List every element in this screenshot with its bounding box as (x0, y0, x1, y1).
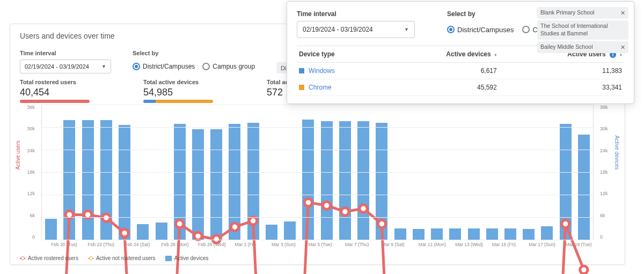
metric-label: Total rostered users (20, 79, 111, 85)
selectby-radio-group: District/Campuses Campus group (133, 60, 255, 73)
date-range-select[interactable]: 02/19/2024 - 03/19/2024 ▼ (20, 60, 111, 73)
legend-rostered[interactable]: Active rostered users (20, 255, 78, 261)
chip-label: Bailey Middle School (540, 43, 592, 51)
bar[interactable] (247, 123, 259, 240)
plot-area: Feb 20 (Tue)Feb 22 (Thu)Feb 24 (Sat)Feb … (41, 105, 594, 240)
x-tick: Mar 15 (Fri) (492, 242, 516, 247)
overlay-date-select[interactable]: 02/19/2024 - 03/19/2024 ▼ (297, 21, 415, 38)
bar[interactable] (523, 229, 535, 240)
th-label: Active devices (446, 50, 491, 58)
overlay-chip[interactable]: Bailey Middle School ✕ (537, 41, 628, 53)
bar[interactable] (339, 121, 351, 240)
radio-district-label: District/Campuses (143, 63, 195, 70)
time-label: Time interval (20, 50, 111, 56)
device-type-link[interactable]: Chrome (299, 84, 380, 91)
overlay-panel: Time interval 02/19/2024 - 03/19/2024 ▼ … (287, 1, 634, 104)
x-tick: Mar 9 (Sat) (382, 242, 405, 247)
y-axis-right-label: Active devices (614, 136, 620, 170)
bar[interactable] (45, 219, 57, 240)
bar[interactable] (63, 120, 75, 240)
bar[interactable] (156, 223, 167, 240)
cell-devices: 45,592 (382, 79, 499, 96)
cell-users: 33,341 (499, 79, 624, 96)
table-row: Chrome 45,592 33,341 (297, 79, 624, 96)
device-type-table: Device type Active devices ♦ Active user… (297, 46, 624, 96)
bar[interactable] (468, 228, 480, 240)
x-tick: Feb 22 (Thu) (88, 242, 114, 247)
date-range-value: 02/19/2024 - 03/19/2024 (25, 63, 89, 70)
bar[interactable] (192, 129, 204, 240)
bar[interactable] (413, 229, 425, 240)
metric-rostered: Total rostered users 40,454 (20, 79, 111, 103)
bar[interactable] (578, 135, 590, 240)
selectby-label: Select by (133, 50, 255, 56)
x-tick: Mar 11 (Mon) (419, 242, 446, 247)
x-tick: Mar 5 (Tue) (308, 242, 332, 247)
x-tick: Mar 13 (Wed) (455, 242, 483, 247)
chip-label: The School of International Studies at B… (540, 23, 625, 37)
bar[interactable] (321, 121, 333, 240)
chip-label: Blank Primary School (540, 9, 594, 17)
select-by-filter: Select by District/Campuses Campus group (133, 50, 255, 73)
y-ticks-right: 36k30k24k18k12k6k0 (600, 105, 613, 240)
th-active-devices[interactable]: Active devices ♦ (382, 46, 499, 63)
metric-bar (143, 100, 213, 103)
radio-district[interactable]: District/Campuses (133, 63, 195, 70)
radio-checked-icon (133, 63, 140, 70)
bar[interactable] (266, 225, 277, 240)
radio-unchecked-icon (202, 63, 210, 70)
device-type-link[interactable]: Windows (299, 67, 380, 75)
overlay-time-label: Time interval (297, 10, 415, 18)
bar[interactable] (137, 224, 149, 240)
radio-campus-group[interactable]: Campus group (202, 63, 255, 70)
bar[interactable] (210, 129, 222, 240)
bar[interactable] (284, 221, 296, 240)
bar[interactable] (302, 120, 314, 240)
sort-icon: ♦ (494, 52, 497, 57)
x-tick: Mar 17 (Sun) (529, 242, 555, 247)
color-swatch-icon (299, 85, 304, 90)
x-tick: Mar 3 (Sun) (272, 242, 296, 247)
bar[interactable] (119, 125, 130, 240)
legend-label: Active rostered users (28, 255, 78, 261)
legend-label: Active not rostered users (96, 255, 156, 261)
overlay-chip[interactable]: Blank Primary School ✕ (537, 7, 628, 19)
overlay-radio-district[interactable]: District/Campuses (447, 26, 514, 34)
cell-users: 11,383 (499, 63, 624, 79)
bar[interactable] (394, 228, 406, 240)
bar[interactable] (357, 121, 369, 240)
x-tick: Mar 7 (Thu) (345, 242, 369, 247)
bar[interactable] (376, 123, 387, 240)
x-tick: Mar 19 (Tue) (566, 242, 592, 247)
x-tick: Feb 24 (Sat) (125, 242, 150, 247)
device-name: Chrome (309, 84, 332, 91)
legend-devices[interactable]: Active devices (165, 255, 209, 261)
table-row: Windows 6,617 11,383 (297, 63, 624, 79)
close-icon[interactable]: ✕ (620, 9, 625, 17)
metric-label: Total active devices (143, 79, 235, 85)
cell-devices: 6,617 (382, 63, 499, 79)
bar[interactable] (174, 124, 186, 240)
bar[interactable] (449, 228, 461, 240)
x-tick: Feb 28 (Wed) (198, 242, 226, 247)
th-device-type[interactable]: Device type (297, 46, 382, 63)
bar[interactable] (100, 120, 112, 240)
x-tick: Mar 1 (Fri) (235, 242, 256, 247)
bar[interactable] (431, 228, 443, 240)
overlay-chip[interactable]: The School of International Studies at B… (537, 20, 628, 39)
metric-value: 40,454 (20, 87, 111, 98)
radio-unchecked-icon (522, 26, 530, 33)
close-icon[interactable]: ✕ (620, 43, 625, 51)
overlay-time-filter: Time interval 02/19/2024 - 03/19/2024 ▼ (297, 10, 415, 38)
bar[interactable] (229, 124, 240, 240)
bar[interactable] (541, 226, 553, 240)
metric-value: 54,985 (143, 87, 235, 98)
bar[interactable] (486, 228, 498, 240)
bar[interactable] (560, 124, 572, 240)
svg-point-29 (580, 266, 588, 273)
bar[interactable] (82, 120, 94, 240)
legend-not-rostered[interactable]: Active not rostered users (88, 255, 156, 261)
bar[interactable] (504, 228, 516, 240)
overlay-date-value: 02/19/2024 - 03/19/2024 (303, 26, 373, 33)
y-axis-left-label: Active users (15, 140, 21, 169)
